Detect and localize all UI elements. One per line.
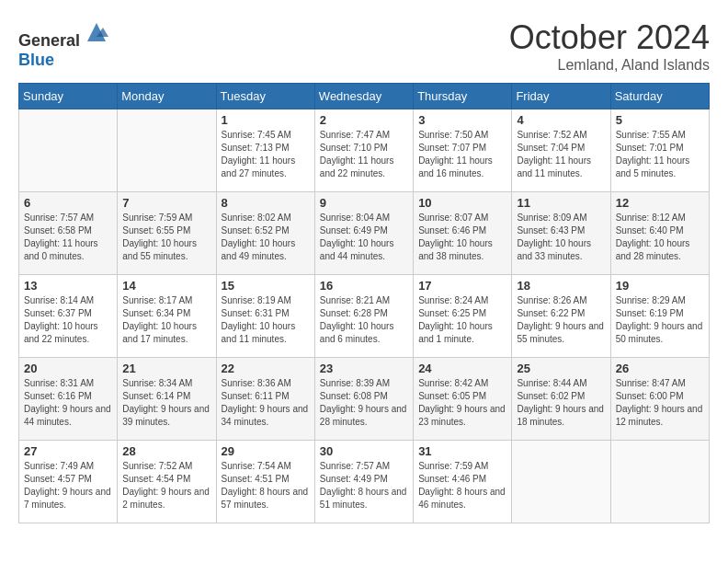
calendar-cell: 14Sunrise: 8:17 AM Sunset: 6:34 PM Dayli…	[118, 275, 216, 358]
day-of-week-header: Thursday	[414, 84, 512, 109]
day-info: Sunrise: 8:17 AM Sunset: 6:34 PM Dayligh…	[122, 294, 210, 346]
calendar-cell	[19, 109, 118, 192]
calendar-cell: 27Sunrise: 7:49 AM Sunset: 4:57 PM Dayli…	[19, 441, 118, 523]
day-info: Sunrise: 8:24 AM Sunset: 6:25 PM Dayligh…	[418, 294, 506, 346]
calendar-cell: 23Sunrise: 8:39 AM Sunset: 6:08 PM Dayli…	[314, 358, 413, 441]
calendar-cell: 20Sunrise: 8:31 AM Sunset: 6:16 PM Dayli…	[19, 358, 118, 441]
day-number: 19	[616, 279, 704, 293]
day-of-week-header: Sunday	[19, 84, 118, 109]
day-info: Sunrise: 7:59 AM Sunset: 4:46 PM Dayligh…	[418, 460, 506, 511]
calendar-cell: 16Sunrise: 8:21 AM Sunset: 6:28 PM Dayli…	[314, 275, 413, 358]
day-number: 2	[320, 113, 408, 127]
days-of-week-row: SundayMondayTuesdayWednesdayThursdayFrid…	[19, 84, 710, 109]
day-info: Sunrise: 8:39 AM Sunset: 6:08 PM Dayligh…	[320, 377, 408, 429]
calendar-cell: 21Sunrise: 8:34 AM Sunset: 6:14 PM Dayli…	[118, 358, 216, 441]
day-number: 8	[222, 196, 310, 210]
day-number: 14	[122, 279, 210, 293]
calendar-cell	[512, 441, 610, 523]
calendar-cell: 5Sunrise: 7:55 AM Sunset: 7:01 PM Daylig…	[610, 109, 709, 192]
calendar-week-row: 13Sunrise: 8:14 AM Sunset: 6:37 PM Dayli…	[19, 275, 710, 358]
day-number: 15	[222, 279, 310, 293]
calendar-cell: 28Sunrise: 7:52 AM Sunset: 4:54 PM Dayli…	[118, 441, 216, 523]
calendar-week-row: 27Sunrise: 7:49 AM Sunset: 4:57 PM Dayli…	[19, 441, 710, 523]
day-info: Sunrise: 8:31 AM Sunset: 6:16 PM Dayligh…	[24, 377, 112, 429]
month-title: October 2024	[509, 18, 710, 57]
day-number: 20	[24, 362, 112, 375]
calendar-cell	[118, 109, 216, 192]
calendar-cell: 10Sunrise: 8:07 AM Sunset: 6:46 PM Dayli…	[414, 192, 512, 275]
day-number: 9	[320, 196, 408, 210]
day-info: Sunrise: 8:42 AM Sunset: 6:05 PM Dayligh…	[418, 377, 506, 429]
day-number: 16	[320, 279, 408, 293]
day-info: Sunrise: 8:14 AM Sunset: 6:37 PM Dayligh…	[24, 294, 112, 346]
calendar-cell: 22Sunrise: 8:36 AM Sunset: 6:11 PM Dayli…	[216, 358, 314, 441]
day-info: Sunrise: 8:12 AM Sunset: 6:40 PM Dayligh…	[616, 212, 704, 263]
calendar-cell: 24Sunrise: 8:42 AM Sunset: 6:05 PM Dayli…	[414, 358, 512, 441]
calendar-cell: 6Sunrise: 7:57 AM Sunset: 6:58 PM Daylig…	[19, 192, 118, 275]
day-info: Sunrise: 7:57 AM Sunset: 4:49 PM Dayligh…	[320, 460, 408, 511]
day-info: Sunrise: 8:09 AM Sunset: 6:43 PM Dayligh…	[517, 212, 605, 263]
day-number: 3	[418, 113, 506, 127]
day-info: Sunrise: 7:52 AM Sunset: 4:54 PM Dayligh…	[122, 460, 210, 511]
day-info: Sunrise: 7:49 AM Sunset: 4:57 PM Dayligh…	[24, 460, 112, 511]
day-of-week-header: Wednesday	[314, 84, 413, 109]
day-number: 10	[418, 196, 506, 210]
location-title: Lemland, Aland Islands	[509, 57, 710, 74]
title-section: October 2024 Lemland, Aland Islands	[509, 18, 710, 74]
calendar-week-row: 20Sunrise: 8:31 AM Sunset: 6:16 PM Dayli…	[19, 358, 710, 441]
day-number: 24	[418, 362, 506, 375]
day-number: 31	[418, 444, 506, 458]
day-info: Sunrise: 7:59 AM Sunset: 6:55 PM Dayligh…	[122, 212, 210, 263]
day-info: Sunrise: 7:55 AM Sunset: 7:01 PM Dayligh…	[616, 129, 704, 180]
calendar-cell: 7Sunrise: 7:59 AM Sunset: 6:55 PM Daylig…	[118, 192, 216, 275]
day-number: 18	[517, 279, 605, 293]
day-info: Sunrise: 8:34 AM Sunset: 6:14 PM Dayligh…	[122, 377, 210, 429]
logo-icon	[83, 18, 110, 46]
calendar-cell: 17Sunrise: 8:24 AM Sunset: 6:25 PM Dayli…	[414, 275, 512, 358]
day-info: Sunrise: 8:29 AM Sunset: 6:19 PM Dayligh…	[616, 294, 704, 346]
day-info: Sunrise: 8:04 AM Sunset: 6:49 PM Dayligh…	[320, 212, 408, 263]
calendar-table: SundayMondayTuesdayWednesdayThursdayFrid…	[18, 83, 710, 523]
day-number: 5	[616, 113, 704, 127]
day-number: 12	[616, 196, 704, 210]
calendar-cell: 4Sunrise: 7:52 AM Sunset: 7:04 PM Daylig…	[512, 109, 610, 192]
day-number: 21	[122, 362, 210, 375]
day-number: 25	[517, 362, 605, 375]
day-info: Sunrise: 7:57 AM Sunset: 6:58 PM Dayligh…	[24, 212, 112, 263]
day-number: 27	[24, 444, 112, 458]
calendar-cell: 1Sunrise: 7:45 AM Sunset: 7:13 PM Daylig…	[216, 109, 314, 192]
day-info: Sunrise: 8:07 AM Sunset: 6:46 PM Dayligh…	[418, 212, 506, 263]
day-of-week-header: Saturday	[610, 84, 709, 109]
calendar-cell: 2Sunrise: 7:47 AM Sunset: 7:10 PM Daylig…	[314, 109, 413, 192]
day-number: 29	[222, 444, 310, 458]
calendar-cell: 18Sunrise: 8:26 AM Sunset: 6:22 PM Dayli…	[512, 275, 610, 358]
day-info: Sunrise: 7:47 AM Sunset: 7:10 PM Dayligh…	[320, 129, 408, 180]
day-number: 11	[517, 196, 605, 210]
day-info: Sunrise: 8:44 AM Sunset: 6:02 PM Dayligh…	[517, 377, 605, 429]
day-of-week-header: Monday	[118, 84, 216, 109]
calendar-cell: 25Sunrise: 8:44 AM Sunset: 6:02 PM Dayli…	[512, 358, 610, 441]
day-info: Sunrise: 7:54 AM Sunset: 4:51 PM Dayligh…	[222, 460, 310, 511]
calendar-week-row: 6Sunrise: 7:57 AM Sunset: 6:58 PM Daylig…	[19, 192, 710, 275]
day-number: 30	[320, 444, 408, 458]
day-number: 23	[320, 362, 408, 375]
calendar-cell: 8Sunrise: 8:02 AM Sunset: 6:52 PM Daylig…	[216, 192, 314, 275]
day-info: Sunrise: 8:47 AM Sunset: 6:00 PM Dayligh…	[616, 377, 704, 429]
day-info: Sunrise: 8:26 AM Sunset: 6:22 PM Dayligh…	[517, 294, 605, 346]
day-number: 6	[24, 196, 112, 210]
logo: General Blue	[18, 18, 110, 70]
calendar-cell: 15Sunrise: 8:19 AM Sunset: 6:31 PM Dayli…	[216, 275, 314, 358]
calendar-body: 1Sunrise: 7:45 AM Sunset: 7:13 PM Daylig…	[19, 109, 710, 523]
page-header: General Blue October 2024 Lemland, Aland…	[18, 18, 710, 74]
day-of-week-header: Tuesday	[216, 84, 314, 109]
logo-general: General	[18, 31, 80, 50]
day-number: 17	[418, 279, 506, 293]
day-info: Sunrise: 7:52 AM Sunset: 7:04 PM Dayligh…	[517, 129, 605, 180]
day-number: 26	[616, 362, 704, 375]
calendar-cell: 26Sunrise: 8:47 AM Sunset: 6:00 PM Dayli…	[610, 358, 709, 441]
day-number: 7	[122, 196, 210, 210]
calendar-cell: 30Sunrise: 7:57 AM Sunset: 4:49 PM Dayli…	[314, 441, 413, 523]
day-number: 4	[517, 113, 605, 127]
calendar-cell: 9Sunrise: 8:04 AM Sunset: 6:49 PM Daylig…	[314, 192, 413, 275]
calendar-cell: 29Sunrise: 7:54 AM Sunset: 4:51 PM Dayli…	[216, 441, 314, 523]
